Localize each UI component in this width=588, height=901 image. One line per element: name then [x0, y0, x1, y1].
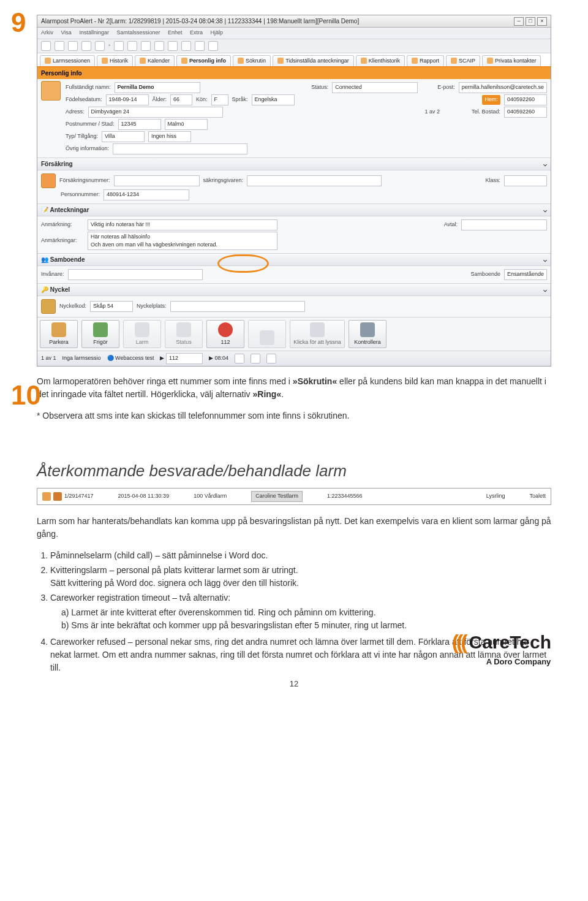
wait-button[interactable] — [248, 320, 286, 348]
city-field[interactable]: Malmö — [165, 119, 208, 130]
maximize-icon[interactable]: □ — [526, 17, 535, 26]
inv-field[interactable] — [68, 269, 203, 280]
toolbar-icon[interactable] — [208, 41, 218, 51]
menu-visa[interactable]: Visa — [61, 29, 72, 36]
toolbar-icon[interactable] — [41, 41, 51, 51]
addr-label: Adress: — [66, 108, 85, 116]
birth-label: Födelsedatum: — [66, 96, 102, 104]
minimize-icon[interactable]: – — [514, 17, 524, 26]
phone-home-field[interactable]: 040592260 — [504, 94, 547, 105]
free-button[interactable]: Frigör — [81, 320, 119, 348]
control-icon — [360, 322, 375, 337]
window-title: Alarmpost ProAlert - Nr 2[Larm: 1/282998… — [41, 17, 359, 26]
collapse-icon[interactable]: ⌵ — [543, 285, 547, 294]
tab-icon — [45, 58, 51, 64]
tab-tidsanteckningar[interactable]: Tidsinställda anteckningar — [273, 55, 354, 67]
zip-field[interactable]: 12345 — [118, 119, 161, 130]
larm-button[interactable]: Larm — [123, 320, 161, 348]
status-icon[interactable] — [251, 354, 260, 363]
list-name-selected[interactable]: Caroline Testlarm — [251, 491, 303, 502]
key-icon — [41, 299, 56, 314]
toolbar-icon[interactable] — [141, 41, 151, 51]
hourglass-icon — [260, 330, 274, 345]
list-icon — [53, 492, 62, 501]
status-button[interactable]: Status — [165, 320, 203, 348]
menu-extra[interactable]: Extra — [190, 29, 203, 36]
note2-field[interactable]: Här noteras all hälsoinfo Och även om ma… — [88, 232, 277, 250]
keycode-field[interactable]: Skåp 54 — [90, 301, 133, 312]
collapse-icon[interactable]: ⌵ — [543, 255, 547, 264]
tab-klienthistorik[interactable]: Klienthistorik — [356, 55, 405, 67]
app-screenshot: Alarmpost ProAlert - Nr 2[Larm: 1/282998… — [37, 15, 551, 367]
notes-header[interactable]: 📝 Anteckningar ⌵ — [37, 203, 551, 216]
misc-field[interactable] — [113, 143, 247, 154]
toolbar-icon[interactable] — [154, 41, 164, 51]
tab-sokrutin[interactable]: Sökrutin — [233, 55, 271, 67]
tab-kalender[interactable]: Kalender — [135, 55, 175, 67]
brand-logo: ((( CareTech A Doro Company — [452, 626, 551, 668]
status-icon[interactable] — [235, 354, 244, 363]
status-label: Status: — [311, 83, 328, 92]
agreement-field[interactable] — [461, 219, 547, 230]
tab-icon — [412, 58, 418, 64]
class-field[interactable] — [504, 175, 547, 186]
keyplace-field[interactable] — [170, 301, 305, 312]
birth-field[interactable]: 1948-09-14 — [106, 94, 149, 105]
menu-settings[interactable]: Inställningar — [79, 29, 109, 36]
insurance-header[interactable]: Försäkring ⌵ — [37, 158, 551, 170]
call-112-button[interactable]: 112 — [206, 320, 244, 348]
name-field[interactable]: Pernilla Demo — [115, 82, 200, 93]
page-counter: 1 av 2 — [424, 108, 440, 116]
tab-historik[interactable]: Historik — [97, 55, 133, 67]
key-panel: Nyckelkod: Skåp 54 Nyckelplats: — [37, 296, 551, 317]
pnr-field[interactable]: 480914-1234 — [104, 189, 189, 200]
toolbar-icon[interactable] — [81, 41, 91, 51]
phone2-field[interactable]: 040592260 — [504, 107, 547, 118]
class-label: Klass: — [485, 177, 500, 185]
status-icon[interactable] — [266, 354, 276, 363]
menu-enhet[interactable]: Enhet — [168, 29, 183, 36]
collapse-icon[interactable]: ⌵ — [543, 205, 547, 215]
toolbar-icon[interactable] — [127, 41, 137, 51]
toolbar-icon[interactable] — [68, 41, 78, 51]
toolbar-icon[interactable] — [195, 41, 205, 51]
type-label: Typ/ Tillgång: — [66, 132, 98, 141]
control-button[interactable]: Kontrollera — [349, 320, 386, 348]
cohab-header[interactable]: 👥 Samboende ⌵ — [37, 253, 551, 266]
tab-rapport[interactable]: Rapport — [407, 55, 444, 67]
type-field[interactable]: Villa — [102, 131, 145, 142]
res-field[interactable]: Ensamstående — [504, 269, 547, 280]
lang-field[interactable]: Engelska — [252, 94, 295, 105]
insnum-field[interactable] — [114, 175, 200, 186]
tab-personliginfo[interactable]: Personlig info — [176, 55, 231, 67]
tab-scaip[interactable]: SCAIP — [446, 55, 480, 67]
toolbar-icon[interactable] — [114, 41, 124, 51]
toolbar-icon[interactable] — [181, 41, 191, 51]
tab-privkontakter[interactable]: Privata kontakter — [482, 55, 541, 67]
note1-field[interactable]: Viktig info noteras här !!! — [88, 219, 277, 230]
menu-help[interactable]: Hjälp — [211, 29, 224, 36]
addr-field[interactable]: Dimbyvägen 24 — [88, 107, 223, 118]
toolbar-icon[interactable] — [95, 41, 105, 51]
list-item: Påminnelselarm (child call) – sätt påmin… — [50, 549, 551, 562]
email-field[interactable]: pernilla.hallenilsson@caretech.se — [459, 82, 547, 93]
sex-field[interactable]: F — [211, 94, 228, 105]
listen-button[interactable]: Klicka för att lyssna — [290, 320, 345, 348]
giver-field[interactable] — [247, 175, 382, 186]
toolbar: • — [37, 39, 551, 53]
status-field[interactable]: Connected — [332, 82, 418, 93]
menu-arkiv[interactable]: Arkiv — [41, 29, 53, 36]
type2-field[interactable]: Ingen hiss — [148, 131, 191, 142]
park-button[interactable]: Parkera — [40, 320, 78, 348]
key-header[interactable]: 🔑 Nyckel ⌵ — [37, 283, 551, 296]
status-112[interactable]: ▶ 112 — [160, 353, 203, 364]
logo-mark-icon: ((( — [452, 626, 466, 658]
toolbar-icon[interactable] — [168, 41, 178, 51]
tab-larmsession[interactable]: Larmsessionen — [40, 55, 95, 67]
toolbar-icon[interactable] — [55, 41, 64, 51]
close-icon[interactable]: × — [537, 17, 547, 26]
menu-sessions[interactable]: Samtalssessioner — [116, 29, 160, 36]
age-field[interactable]: 66 — [170, 94, 192, 105]
emergency-icon — [218, 322, 233, 337]
collapse-icon[interactable]: ⌵ — [543, 159, 547, 169]
